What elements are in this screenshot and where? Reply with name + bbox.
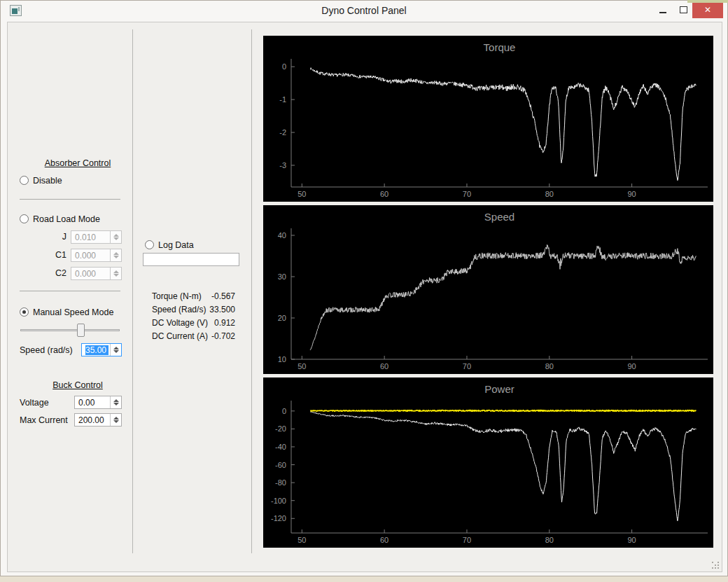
svg-text:-100: -100 bbox=[271, 497, 286, 505]
svg-text:80: 80 bbox=[545, 190, 554, 198]
separator-line bbox=[20, 199, 120, 200]
close-icon: ✕ bbox=[704, 5, 711, 15]
dc-current-value: -0.702 bbox=[211, 331, 235, 345]
svg-text:0: 0 bbox=[282, 407, 286, 415]
svg-text:-20: -20 bbox=[275, 424, 286, 433]
svg-text:-120: -120 bbox=[271, 514, 286, 522]
svg-text:Torque: Torque bbox=[484, 41, 516, 53]
speed-input-label: Speed (rad/s) bbox=[20, 345, 73, 355]
speed-value: 33.500 bbox=[209, 305, 235, 318]
dc-voltage-readout: DC Voltage (V) 0.912 bbox=[152, 318, 235, 331]
minimize-icon bbox=[659, 12, 666, 13]
absorber-control-heading: Absorber Control bbox=[15, 158, 141, 168]
window-title: Dyno Control Panel bbox=[1, 5, 727, 16]
spinner-arrows-icon[interactable] bbox=[110, 249, 121, 261]
max-current-label: Max Current bbox=[20, 415, 68, 425]
svg-text:80: 80 bbox=[545, 536, 554, 544]
radio-circle-icon bbox=[20, 307, 29, 317]
svg-text:80: 80 bbox=[545, 362, 554, 370]
radio-circle-icon bbox=[20, 214, 29, 223]
voltage-spinbox[interactable]: 0.00 bbox=[74, 396, 122, 409]
svg-text:70: 70 bbox=[463, 190, 471, 198]
svg-text:50: 50 bbox=[298, 190, 306, 198]
spinner-arrows-icon[interactable] bbox=[110, 268, 121, 279]
svg-text:90: 90 bbox=[627, 536, 636, 544]
minimize-button[interactable] bbox=[654, 1, 672, 18]
main-content: Absorber Control Disable Road Load Mode … bbox=[7, 22, 722, 572]
svg-text:60: 60 bbox=[380, 536, 388, 544]
dc-current-readout: DC Current (A) -0.702 bbox=[152, 331, 235, 345]
voltage-label: Voltage bbox=[20, 398, 49, 408]
torque-readout: Torque (N-m) -0.567 bbox=[152, 291, 235, 305]
resize-grip[interactable] bbox=[711, 561, 720, 569]
title-bar[interactable]: Dyno Control Panel ✕ bbox=[1, 1, 727, 21]
svg-text:60: 60 bbox=[380, 362, 388, 370]
slider-thumb[interactable] bbox=[77, 324, 85, 337]
speed-input[interactable]: 35.00 bbox=[81, 343, 122, 356]
spinner-arrows-icon[interactable] bbox=[110, 414, 121, 426]
c1-spinbox[interactable]: 0.000 bbox=[71, 249, 122, 262]
svg-text:10: 10 bbox=[278, 355, 286, 363]
svg-text:40: 40 bbox=[278, 231, 286, 240]
c1-label: C1 bbox=[20, 250, 66, 260]
speed-chart: 403020105060708090Speed bbox=[263, 205, 713, 374]
svg-text:-3: -3 bbox=[279, 161, 286, 169]
speed-slider[interactable] bbox=[20, 324, 120, 338]
slider-groove bbox=[20, 329, 120, 331]
svg-text:90: 90 bbox=[627, 362, 636, 370]
dc-voltage-value: 0.912 bbox=[214, 318, 235, 331]
speed-readout: Speed (Rad/s) 33.500 bbox=[152, 305, 235, 318]
svg-text:0: 0 bbox=[282, 62, 286, 71]
app-window: Dyno Control Panel ✕ Absorber Control Di… bbox=[0, 0, 728, 576]
buck-control-heading: Buck Control bbox=[15, 380, 141, 390]
svg-text:-80: -80 bbox=[275, 478, 286, 487]
spinner-arrows-icon[interactable] bbox=[110, 344, 121, 356]
separator-line bbox=[20, 291, 120, 291]
spinner-arrows-icon[interactable] bbox=[110, 396, 121, 408]
torque-chart: 0-1-2-35060708090Torque bbox=[263, 36, 713, 202]
svg-text:-2: -2 bbox=[279, 128, 286, 137]
j-spinbox[interactable]: 0.010 bbox=[71, 230, 122, 244]
desktop-background-sliver bbox=[687, 0, 728, 3]
torque-value: -0.567 bbox=[211, 291, 235, 305]
svg-text:-40: -40 bbox=[275, 443, 286, 451]
power-chart: 0-20-40-60-80-100-1205060708090Power bbox=[263, 377, 713, 548]
svg-text:90: 90 bbox=[627, 190, 636, 198]
svg-text:50: 50 bbox=[298, 536, 306, 544]
spinner-arrows-icon[interactable] bbox=[110, 231, 121, 243]
log-filename-input[interactable] bbox=[143, 253, 239, 266]
svg-text:60: 60 bbox=[380, 190, 388, 198]
svg-text:-60: -60 bbox=[275, 461, 286, 469]
svg-text:70: 70 bbox=[463, 362, 471, 370]
maximize-button[interactable] bbox=[674, 1, 692, 18]
svg-text:-1: -1 bbox=[279, 95, 286, 104]
radio-circle-icon bbox=[20, 176, 29, 185]
svg-text:Power: Power bbox=[484, 383, 514, 395]
c2-label: C2 bbox=[20, 268, 66, 278]
maximize-icon bbox=[680, 6, 687, 13]
panel-divider-left bbox=[132, 29, 133, 553]
svg-text:50: 50 bbox=[298, 362, 306, 370]
close-button[interactable]: ✕ bbox=[692, 1, 723, 18]
svg-text:20: 20 bbox=[278, 314, 286, 322]
max-current-spinbox[interactable]: 200.00 bbox=[74, 413, 122, 427]
svg-text:Speed: Speed bbox=[484, 211, 514, 223]
j-label: J bbox=[20, 232, 66, 242]
c2-spinbox[interactable]: 0.000 bbox=[71, 267, 122, 280]
svg-text:30: 30 bbox=[278, 272, 286, 281]
radio-circle-icon bbox=[145, 240, 154, 249]
svg-text:70: 70 bbox=[463, 536, 471, 544]
panel-divider-middle bbox=[251, 29, 252, 553]
